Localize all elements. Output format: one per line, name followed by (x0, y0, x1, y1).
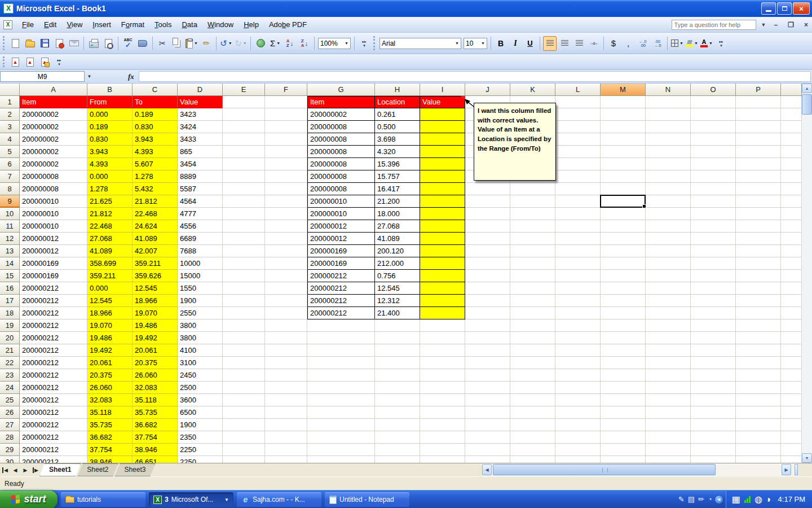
cell-H5[interactable]: 4.320 (375, 146, 420, 158)
cell-I7[interactable] (420, 170, 465, 183)
cell-G20[interactable] (307, 332, 375, 344)
cell-F7[interactable] (265, 170, 307, 183)
sheet-tab-sheet2[interactable]: Sheet2 (77, 463, 118, 476)
cell-E9[interactable] (223, 195, 265, 208)
cell-L17[interactable] (555, 295, 601, 307)
cell-A4[interactable]: 200000002 (20, 133, 87, 146)
scroll-down-icon[interactable]: ▼ (802, 453, 812, 463)
row-header-5[interactable]: 5 (0, 146, 20, 158)
cell-J20[interactable] (465, 332, 510, 344)
taskbar-button-untitled-notepad[interactable]: Untitled - Notepad (325, 492, 409, 507)
cell-B27[interactable]: 35.735 (87, 419, 133, 431)
cell-F28[interactable] (265, 431, 307, 444)
active-cell-M9[interactable] (600, 195, 646, 208)
toolbar-options-button[interactable]: ▸▸▾ (358, 36, 371, 51)
cell-G5[interactable]: 200000008 (307, 146, 375, 158)
cell-D20[interactable]: 3800 (178, 332, 223, 344)
cell-J19[interactable] (465, 319, 510, 332)
cell-I6[interactable] (420, 158, 465, 170)
cell-O16[interactable] (691, 282, 736, 295)
cell-K30[interactable] (510, 456, 555, 463)
cell-E30[interactable] (223, 456, 265, 463)
cell-F30[interactable] (265, 456, 307, 463)
cell-O12[interactable] (691, 233, 736, 245)
network-icon[interactable]: ▦ (732, 494, 740, 505)
cell-E18[interactable] (223, 307, 265, 319)
cell-G4[interactable]: 200000008 (307, 133, 375, 146)
sheet-tab-sheet1[interactable]: Sheet1 (39, 463, 81, 476)
tablet-icon[interactable]: ▤ (688, 495, 695, 503)
cell-C30[interactable]: 46.651 (133, 456, 178, 463)
cell-O30[interactable] (691, 456, 736, 463)
cell-O13[interactable] (691, 245, 736, 257)
help-dropdown-icon[interactable]: ▼ (760, 22, 768, 28)
cell-N16[interactable] (646, 282, 691, 295)
cell-F22[interactable] (265, 357, 307, 369)
cell-K17[interactable] (510, 295, 555, 307)
cell-H7[interactable]: 15.757 (375, 170, 420, 183)
cell-L4[interactable] (555, 133, 601, 146)
row-header-25[interactable]: 25 (0, 394, 20, 406)
row-header-16[interactable]: 16 (0, 282, 20, 295)
cell-C28[interactable]: 37.754 (133, 431, 178, 444)
underline-button[interactable]: U (523, 36, 537, 51)
cell-E4[interactable] (223, 133, 265, 146)
cell-L23[interactable] (555, 369, 601, 382)
cell-E20[interactable] (223, 332, 265, 344)
cell-H12[interactable]: 41.089 (375, 233, 420, 245)
cell-G1[interactable]: Item (307, 96, 375, 108)
cell-E25[interactable] (223, 394, 265, 406)
cell-B9[interactable]: 21.625 (87, 195, 133, 208)
cell-E5[interactable] (223, 146, 265, 158)
redo-button[interactable]: ↻▼ (234, 36, 248, 51)
cell-C21[interactable]: 20.061 (133, 344, 178, 357)
cell-D6[interactable]: 3454 (178, 158, 223, 170)
cell-E23[interactable] (223, 369, 265, 382)
minimize-button[interactable] (761, 2, 776, 15)
cell-O2[interactable] (691, 108, 736, 121)
cell-I9[interactable] (420, 195, 465, 208)
cell-E7[interactable] (223, 170, 265, 183)
cell-L5[interactable] (555, 146, 601, 158)
cell-C3[interactable]: 0.830 (133, 121, 178, 133)
cell-O6[interactable] (691, 158, 736, 170)
menu-file[interactable]: File (17, 18, 39, 31)
cell-O9[interactable] (691, 195, 736, 208)
cell-H3[interactable]: 0.500 (375, 121, 420, 133)
cell-M15[interactable] (601, 270, 646, 282)
cell-E24[interactable] (223, 382, 265, 394)
cell-A29[interactable]: 200000212 (20, 444, 87, 456)
cell-A5[interactable]: 200000002 (20, 146, 87, 158)
cell-H10[interactable]: 18.000 (375, 208, 420, 220)
cell-I15[interactable] (420, 270, 465, 282)
cell-C19[interactable]: 19.486 (133, 319, 178, 332)
cell-H9[interactable]: 21.200 (375, 195, 420, 208)
cell-G28[interactable] (307, 431, 375, 444)
column-header-C[interactable]: C (133, 84, 178, 96)
cell-B12[interactable]: 27.068 (87, 233, 133, 245)
row-header-6[interactable]: 6 (0, 158, 20, 170)
cell-D5[interactable]: 865 (178, 146, 223, 158)
cell-O23[interactable] (691, 369, 736, 382)
cell-E26[interactable] (223, 406, 265, 419)
cell-I5[interactable] (420, 146, 465, 158)
cell-A3[interactable]: 200000002 (20, 121, 87, 133)
align-right-button[interactable] (572, 36, 586, 51)
cell-L24[interactable] (555, 382, 601, 394)
cell-P12[interactable] (736, 233, 781, 245)
cell-K27[interactable] (510, 419, 555, 431)
cell-A16[interactable]: 200000212 (20, 282, 87, 295)
spelling-button[interactable]: ABC✓ (121, 36, 135, 51)
cell-K18[interactable] (510, 307, 555, 319)
cell-L14[interactable] (555, 257, 601, 270)
cell-C5[interactable]: 4.393 (133, 146, 178, 158)
cell-B20[interactable]: 19.486 (87, 332, 133, 344)
cell-B13[interactable]: 41.089 (87, 245, 133, 257)
menu-window[interactable]: Window (202, 18, 239, 31)
cell-H21[interactable] (375, 344, 420, 357)
cell-L18[interactable] (555, 307, 601, 319)
cell-E17[interactable] (223, 295, 265, 307)
cell-B19[interactable]: 19.070 (87, 319, 133, 332)
cell-M18[interactable] (601, 307, 646, 319)
cell-E8[interactable] (223, 183, 265, 195)
